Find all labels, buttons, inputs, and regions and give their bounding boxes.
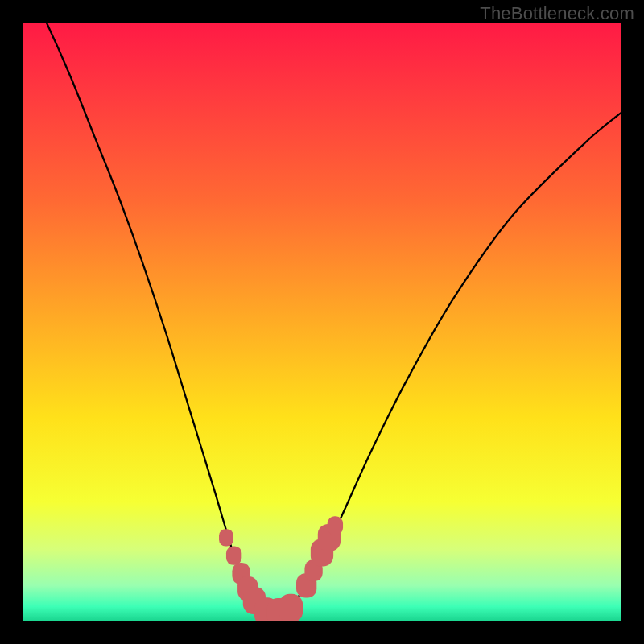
marker-left-2 xyxy=(226,547,242,565)
marker-right-5 xyxy=(328,516,343,535)
marker-left-1 xyxy=(219,529,233,546)
watermark-text: TheBottleneck.com xyxy=(480,3,634,24)
chart-frame: TheBottleneck.com xyxy=(0,0,644,644)
chart-svg xyxy=(23,23,621,621)
plot-area xyxy=(23,23,621,621)
marker-flat-3 xyxy=(279,594,303,621)
